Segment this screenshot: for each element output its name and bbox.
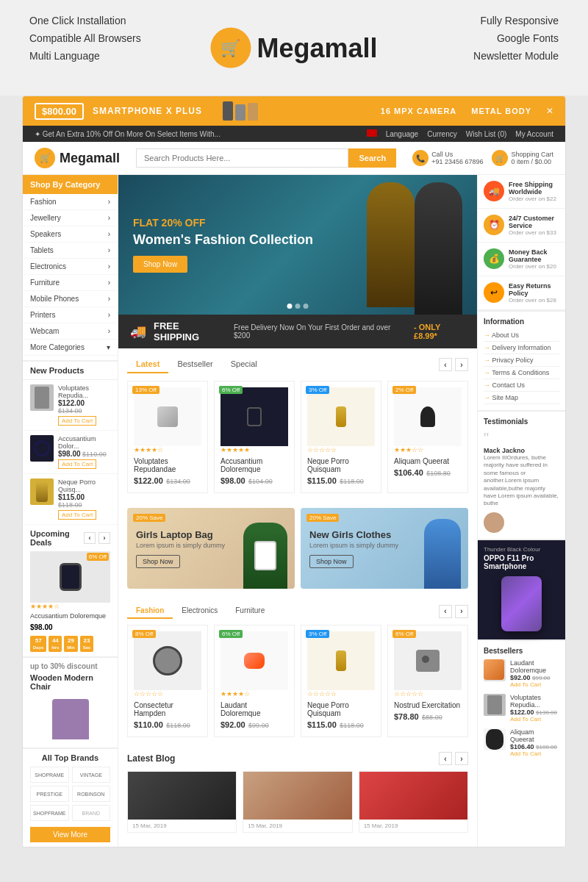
tabs-prev-btn[interactable]: ‹ [439,358,452,371]
nav-currency[interactable]: Currency [427,130,457,138]
category-jewellery[interactable]: Jewellery› [23,210,118,226]
center-content: FLAT 20% OFF Women's Fashion Collection … [118,175,477,847]
tab-special[interactable]: Special [222,356,266,373]
hero-dot-2[interactable] [295,304,301,309]
hero-dot-3[interactable] [304,304,309,309]
brand-6[interactable]: BRAND [72,805,111,821]
camera360-icon [153,646,182,675]
deals-prev-btn[interactable]: ‹ [84,532,96,544]
cat-price-3: $115.00 [307,720,337,729]
tabs-header: Latest Bestseller Special ‹ › [127,356,468,373]
bestseller-1: Laudant Doloremque $92.00 $99.00 Add To … [484,659,559,688]
info-privacy[interactable]: Privacy Policy [484,354,559,367]
cart-info[interactable]: 🛒 Shopping Cart 0 item / $0.00 [492,150,553,166]
bs-add-3[interactable]: Add To Cart [510,750,559,757]
bs-old-2: $130.00 [536,709,557,716]
add-to-cart-1[interactable]: Add To Cart [58,416,96,426]
cat-badge-2: 6% Off [219,630,243,638]
cart-text: Shopping Cart 0 item / $0.00 [511,151,553,165]
brand-5[interactable]: SHOPFRAME [30,805,69,821]
cat-tab-fashion[interactable]: Fashion [127,603,173,619]
info-terms[interactable]: Terms & Conditions [484,367,559,379]
category-tablets[interactable]: Tablets› [23,243,118,259]
add-to-cart-2[interactable]: Add To Cart [58,459,96,469]
product-card-2: 6% Off ★★★★★ Accusantium Doloremque $98.… [214,381,295,493]
bestsellers-title: Bestsellers [484,647,559,655]
banner-row: 20% Save Girls Laptop Bag Lorem ipsum is… [118,501,477,596]
bs-add-2[interactable]: Add To Cart [510,716,559,723]
model-image [424,519,461,589]
brand-3[interactable]: PRESTIGE [30,786,69,802]
cat-image-1 [134,631,201,690]
category-printers[interactable]: Printers› [23,307,118,323]
hero-shop-btn[interactable]: Shop Now [133,256,187,273]
search-input[interactable] [136,148,348,168]
nav-account[interactable]: My Account [515,130,553,138]
deals-next-btn[interactable]: › [98,532,110,544]
store-logo[interactable]: 🛒 Megamall [35,148,120,168]
cat-next-btn[interactable]: › [455,605,468,618]
banner-sub-1: Lorem ipsum is simply dummy [136,542,225,549]
bs-add-1[interactable]: Add To Cart [510,681,559,688]
logo-cart-icon: 🛒 [210,28,251,68]
tab-bestseller[interactable]: Bestseller [168,356,221,373]
banner-laptop-bag: 20% Save Girls Laptop Bag Lorem ipsum is… [127,508,295,589]
cat-old-2: $99.00 [248,722,269,729]
info-about[interactable]: About Us [484,329,559,342]
nav-language[interactable]: Language [386,130,419,138]
close-icon[interactable]: ✕ [546,106,553,116]
brand-1[interactable]: SHOPRAME [30,767,69,783]
category-webcam[interactable]: Webcam› [23,323,118,340]
quote-icon: " [484,430,559,447]
site-logo[interactable]: 🛒 Megamall [210,28,377,68]
watch-icon [60,563,82,591]
blog-post-2[interactable]: 15 Mar, 2019 [243,771,352,833]
cat-prev-btn[interactable]: ‹ [439,605,452,618]
nav-discount-text: ✦ Get An Extra 10% Off On More On Select… [35,130,220,138]
tab-latest[interactable]: Latest [127,356,168,373]
shipping-price: - ONLY £8.99* [414,323,465,340]
tabs-next-btn[interactable]: › [455,358,468,371]
product-image-2 [220,387,288,446]
cat-image-3 [307,631,375,690]
brands-title: All Top Brands [30,753,110,762]
blog-header: Latest Blog ‹ › [127,752,468,765]
hero-dot-1[interactable] [287,304,293,309]
nav-promo-text: ✦ Get An Extra 10% Off On More On Select… [35,130,220,138]
brand-4[interactable]: ROBINSON [72,786,111,802]
cat-tab-electronics[interactable]: Electronics [173,603,226,619]
nav-wishlist[interactable]: Wish List (0) [466,130,507,138]
blog-next-btn[interactable]: › [455,752,468,765]
category-mobile[interactable]: Mobile Phones› [23,291,118,307]
new-products-title: New Products [23,362,118,380]
product-old-1: $134.00 [58,407,82,415]
category-electronics[interactable]: Electronics› [23,259,118,275]
info-sitemap[interactable]: Site Map [484,392,559,404]
product-price-tab-3: $115.00 [307,476,337,485]
view-more-button[interactable]: View More [30,827,110,842]
badge-browsers: Compatible All Browsers [29,32,141,44]
blog-post-1[interactable]: 15 Mar, 2019 [127,771,237,833]
category-speakers[interactable]: Speakers› [23,226,118,243]
info-contact[interactable]: Contact Us [484,379,559,392]
banner-btn-2[interactable]: Shop Now [309,555,354,568]
search-button[interactable]: Search [348,148,396,168]
brand-2[interactable]: VINTAGE [72,767,111,783]
product-badge-3: 3% Off [306,386,329,394]
add-to-cart-3[interactable]: Add To Cart [58,510,96,520]
blog-prev-btn[interactable]: ‹ [439,752,452,765]
blog-date-1: 15 Mar, 2019 [128,820,236,832]
deals-header: Upcoming Deals ‹ › [30,529,110,547]
category-furniture[interactable]: Furniture› [23,275,118,291]
service-text-moneyback: Money Back Guarantee Order over on $20 [509,248,559,270]
category-fashion[interactable]: Fashion› [23,194,118,210]
cat-image-2 [220,631,288,690]
banner-btn-1[interactable]: Shop Now [136,555,180,568]
badges-right: Fully Responsive Google Fonts Newsletter… [473,15,559,68]
category-more[interactable]: More Categories▾ [23,340,118,356]
info-delivery[interactable]: Delivery Information [484,342,559,354]
cat-tab-furniture[interactable]: Furniture [226,603,273,619]
blog-post-3[interactable]: 15 Mar, 2019 [359,771,468,833]
service-title-returns: Easy Returns Policy [509,282,559,297]
returns-icon: ↩ [484,282,504,303]
